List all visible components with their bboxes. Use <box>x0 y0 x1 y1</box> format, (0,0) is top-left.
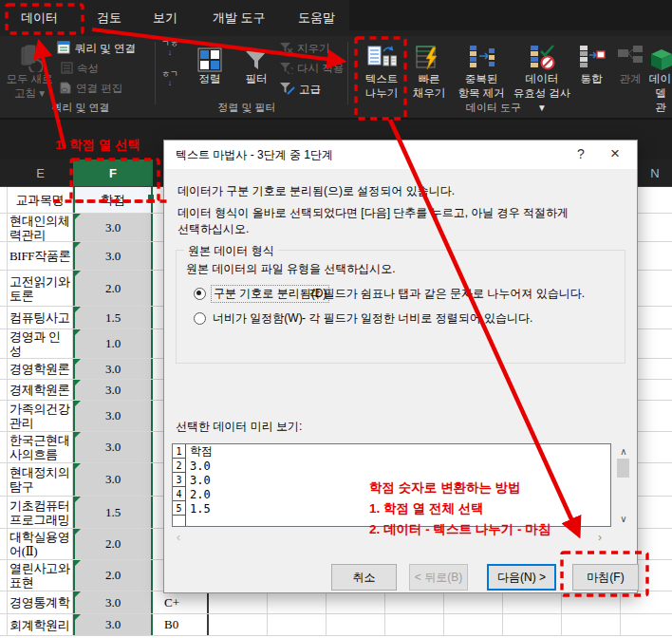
credit-cell[interactable]: 3.0 <box>73 591 153 613</box>
course-name-cell[interactable]: 고전읽기와토론 <box>8 271 73 306</box>
close-icon[interactable]: × <box>601 141 629 167</box>
refresh-all-button[interactable]: 모두 새로 고침 ▾ <box>6 36 53 101</box>
help-button[interactable]: ? <box>567 141 595 167</box>
fixed-width-radio[interactable] <box>194 312 206 325</box>
column-header-f[interactable]: F <box>73 160 153 186</box>
scrollbar-thumb[interactable] <box>617 459 629 478</box>
credit-cell[interactable]: 3.0 <box>73 614 153 635</box>
selection-handle[interactable] <box>148 195 154 200</box>
credit-cell[interactable]: 3.0 <box>73 463 153 496</box>
sort-asc-button[interactable]: ㄱㅎ ↓ <box>161 40 178 56</box>
text-to-columns-button[interactable]: 텍스트 나누기 <box>358 36 405 101</box>
course-name-cell[interactable]: 경제학원론 <box>8 380 73 400</box>
course-name-cell[interactable]: 경영통계학 <box>8 591 73 613</box>
sort-button[interactable]: 정렬 <box>188 36 232 86</box>
credit-cell[interactable]: 2.0 <box>73 560 153 591</box>
clear-filter-button[interactable]: 지우기 <box>279 41 330 57</box>
remove-duplicates-button[interactable]: 중복된 항목 제거 <box>454 36 509 101</box>
credit-cell[interactable]: 3.0 <box>73 359 153 379</box>
partial-column <box>0 307 8 328</box>
partial-column <box>0 214 8 241</box>
group-label-data-tools: 데이터 도구 <box>441 101 546 115</box>
finish-button[interactable]: 마침(F) <box>572 564 639 591</box>
partial-column <box>0 242 8 270</box>
credit-cell[interactable]: 2.0 <box>73 529 153 559</box>
cancel-button[interactable]: 취소 <box>331 564 397 591</box>
data-model-button[interactable]: 데이 델 관 <box>649 36 672 115</box>
credit-cell[interactable]: 3.0 <box>73 432 153 462</box>
filter-button[interactable]: 필터 <box>235 36 277 86</box>
course-name-cell[interactable]: 컴퓨팅사고 <box>8 307 73 328</box>
error-indicator-icon <box>75 307 81 312</box>
course-name-cell[interactable]: BIFF작품론 <box>8 242 73 270</box>
edit-links-icon <box>59 82 72 96</box>
properties-button[interactable]: 속성 <box>61 61 99 77</box>
reapply-button[interactable]: 다시 적용 <box>279 61 344 77</box>
course-name-cell[interactable]: 열린사고와표현 <box>8 560 73 591</box>
credit-cell[interactable]: 1.5 <box>73 497 153 528</box>
course-name-cell[interactable]: 경영학원론 <box>8 359 73 379</box>
scroll-up-icon[interactable]: ∧ <box>616 446 631 457</box>
course-name-cell[interactable]: 경영과 인성 <box>8 329 73 358</box>
filter-icon <box>244 38 269 72</box>
empty-cells[interactable] <box>209 591 672 613</box>
consolidate-button[interactable]: 통합 <box>571 36 611 86</box>
sort-desc-icon: ㅎㄱ ↓ <box>161 70 178 87</box>
credit-cell[interactable]: 2.0 <box>73 271 153 306</box>
course-header-cell[interactable]: 교과목명 <box>8 187 73 213</box>
course-name-cell[interactable]: 현대정치의탐구 <box>8 463 73 496</box>
error-indicator-icon <box>75 401 81 406</box>
partial-column <box>0 271 8 306</box>
credit-cell[interactable]: 1.0 <box>73 329 153 358</box>
preview-row-value: 3.0 <box>186 473 211 487</box>
course-name-cell[interactable]: 회계학원리 <box>8 614 73 635</box>
next-button[interactable]: 다음(N) > <box>487 564 556 591</box>
course-name-cell[interactable]: 기초컴퓨터프로그래밍 <box>8 497 73 528</box>
partial-column <box>0 497 8 528</box>
fixed-width-radio-label[interactable]: 너비가 일정함(W) <box>211 310 305 327</box>
grade-cell[interactable]: B0 <box>153 614 209 635</box>
grade-cell[interactable]: C+ <box>153 591 209 613</box>
column-header-n[interactable]: N <box>642 160 668 186</box>
menu-tab-0[interactable]: 데이터 <box>17 0 62 36</box>
flash-fill-button[interactable]: 빠른 채우기 <box>408 36 450 101</box>
menu-tab-3[interactable]: 개발 도구 <box>209 0 270 36</box>
preview-row: 42.0 <box>173 487 610 501</box>
course-name-cell[interactable]: 가족의건강관리 <box>8 401 73 431</box>
ribbon-divider <box>347 42 348 104</box>
advanced-filter-button[interactable]: 고급 <box>279 82 321 98</box>
queries-connections-icon <box>57 41 71 57</box>
credit-header-cell[interactable]: 학점 <box>73 187 153 213</box>
dialog-status-line: 데이터가 구분 기호로 분리됨(으)로 설정되어 있습니다. <box>177 183 455 199</box>
menu-tab-4[interactable]: 도움말 <box>294 0 339 36</box>
course-name-cell[interactable]: 대학실용영어(Ⅱ) <box>8 529 73 559</box>
data-preview-box[interactable]: 1학점23.033.042.051.5 <box>172 443 611 527</box>
credit-cell[interactable]: 3.0 <box>73 214 153 241</box>
delimited-radio[interactable] <box>194 288 206 300</box>
credit-cell[interactable]: 3.0 <box>73 242 153 270</box>
partial-column <box>0 529 8 559</box>
menu-tab-2[interactable]: 보기 <box>149 0 181 36</box>
empty-cells[interactable] <box>209 614 672 635</box>
column-header-e[interactable]: E <box>8 160 73 186</box>
remove-duplicates-label2: 항목 제거 <box>457 86 504 101</box>
relationships-button[interactable]: 관계 <box>613 36 647 86</box>
queries-connections-button[interactable]: 쿼리 및 연결 <box>57 41 136 57</box>
course-name-cell[interactable]: 현대인의체력관리 <box>8 214 73 241</box>
scroll-left-icon[interactable]: ‹ <box>177 531 180 544</box>
back-button[interactable]: < 뒤로(B) <box>409 564 468 591</box>
credit-cell[interactable]: 3.0 <box>73 380 153 400</box>
credit-cell[interactable]: 3.0 <box>73 401 153 431</box>
course-name-cell[interactable]: 한국근현대사의흐름 <box>8 432 73 462</box>
advanced-filter-label: 고급 <box>299 83 321 97</box>
preview-row-partial <box>173 516 610 527</box>
menu-tab-1[interactable]: 검토 <box>93 0 125 36</box>
edit-links-button[interactable]: 연결 편집 <box>59 81 122 97</box>
scroll-right-icon[interactable]: › <box>598 531 602 544</box>
sort-desc-button[interactable]: ㅎㄱ ↓ <box>161 70 178 86</box>
scroll-down-icon[interactable]: ∨ <box>616 514 631 524</box>
credit-cell[interactable]: 1.5 <box>73 307 153 328</box>
text-to-columns-label2: 나누기 <box>365 86 399 101</box>
relationships-label: 관계 <box>620 72 642 86</box>
preview-row-number: 1 <box>173 444 186 459</box>
